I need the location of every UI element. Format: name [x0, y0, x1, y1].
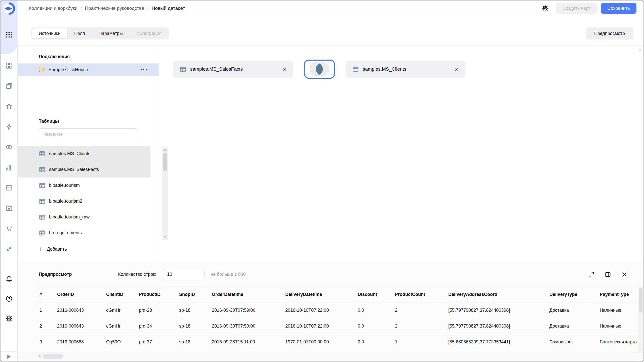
column-header: OrderID: [53, 292, 102, 297]
close-preview-icon[interactable]: [621, 271, 628, 278]
dataset-settings-gear-icon[interactable]: [541, 4, 549, 13]
panel-layout-icon[interactable]: [604, 271, 611, 278]
datalens-logo[interactable]: [3, 3, 15, 15]
tables-list-item[interactable]: hh.requirements: [18, 225, 150, 241]
dashboards-icon[interactable]: [5, 184, 13, 192]
column-header: ShopID: [175, 292, 208, 297]
connection-menu-dots-icon[interactable]: [140, 68, 147, 72]
table-cell: [55.797790827,37.824400398]: [444, 324, 545, 329]
table-cell: 0.0: [353, 324, 391, 329]
scrollbar-thumb[interactable]: [163, 153, 167, 171]
favorites-icon[interactable]: [5, 103, 13, 110]
table-cell: sp-18: [175, 324, 208, 329]
scroll-up-icon[interactable]: [164, 149, 167, 151]
collections-icon[interactable]: [5, 62, 13, 69]
breadcrumb-item[interactable]: Коллекции и воркбуки: [29, 6, 77, 11]
gallery-icon[interactable]: [5, 204, 13, 212]
table-row: 32016-000688Og59Oprd-37sp-182016-09-28T1…: [35, 334, 643, 350]
table-cell: 2016-09-30T07:59:00: [208, 308, 281, 313]
table-cell: 2016-09-28T15:11:00: [208, 339, 281, 345]
marketplace-icon[interactable]: [5, 225, 13, 232]
breadcrumb-item: Новый датасет: [152, 6, 185, 11]
table-cell: Доставка: [545, 324, 595, 329]
breadcrumb-item[interactable]: Практические руководства: [85, 6, 144, 11]
join-type-button[interactable]: [304, 60, 335, 79]
source-tabs: ИсточникиПоляПараметрыФильтрация: [31, 27, 169, 39]
preview-title: Предпросмотр: [39, 272, 72, 277]
table-cell: sp-18: [175, 339, 208, 345]
table-icon: [39, 198, 46, 205]
table-cell: 0.0: [353, 339, 391, 345]
breadcrumb-separator: /: [147, 6, 149, 11]
tables-list-item[interactable]: bibattle.tourism_raw: [18, 209, 150, 225]
charts-icon[interactable]: [5, 164, 13, 171]
table-cell: [55.797790827,37.824400398]: [444, 308, 545, 313]
column-header: ProductID: [135, 292, 175, 297]
table-cell: 2016-09-30T07:59:00: [208, 324, 281, 329]
save-button[interactable]: Сохранить: [601, 3, 636, 14]
expand-sidebar-icon[interactable]: [7, 354, 11, 359]
preview-header: Предпросмотр Количество строк: не больше…: [18, 262, 643, 287]
remove-source-icon[interactable]: ×: [282, 66, 287, 72]
expand-preview-icon[interactable]: [588, 271, 595, 278]
tab-Фильтрация[interactable]: Фильтрация: [130, 28, 168, 38]
tab-Источники[interactable]: Источники: [32, 28, 67, 38]
column-header: DeliveryDatetime: [281, 292, 353, 297]
scroll-down-icon[interactable]: [164, 236, 167, 238]
connection-item[interactable]: Sample ClickHouse: [18, 64, 159, 76]
app-window: ? Коллекции и воркбуки/Практические руко…: [0, 0, 644, 362]
tab-Поля[interactable]: Поля: [68, 28, 92, 38]
tables-list-item[interactable]: samples.MS_SalesFacts: [18, 162, 150, 177]
column-header: DeliveryType: [545, 292, 595, 297]
source-node-salesfacts[interactable]: samples.MS_SalesFacts ×: [173, 61, 293, 78]
table-cell: 3: [35, 339, 53, 345]
table-name: samples.MS_SalesFacts: [49, 167, 99, 172]
table-icon: [39, 214, 46, 220]
scroll-left-icon[interactable]: [38, 354, 41, 358]
services-icon[interactable]: [5, 245, 13, 253]
table-cell: 2: [391, 324, 444, 329]
sources-panel: Подключения Sample ClickHouse Таблицы: [18, 46, 159, 262]
apps-grid-icon[interactable]: [6, 31, 13, 38]
source-node-name: samples.MS_SalesFacts: [190, 66, 243, 72]
table-cell: Og59O: [102, 339, 135, 345]
workbooks-icon[interactable]: [5, 82, 13, 90]
preview-toggle-button[interactable]: Предпросмотр: [586, 27, 633, 39]
column-header: ClientID: [102, 292, 135, 297]
row-count-input[interactable]: [163, 269, 205, 280]
help-icon[interactable]: ?: [5, 295, 13, 302]
scrollbar-thumb[interactable]: [639, 288, 642, 312]
tables-list-item[interactable]: samples.MS_Clients: [18, 146, 150, 162]
table-name: samples.MS_Clients: [49, 151, 90, 156]
preview-vertical-scrollbar[interactable]: [638, 287, 643, 360]
scrollbar-thumb[interactable]: [43, 354, 63, 359]
table-search-input[interactable]: [38, 128, 138, 140]
preview-horizontal-scrollbar[interactable]: [18, 352, 643, 360]
canvas-scroll-up-icon[interactable]: [638, 49, 641, 51]
add-table-button[interactable]: + Добавить: [18, 241, 159, 257]
tables-list-item[interactable]: bibattle.tourism2: [18, 193, 150, 209]
remove-source-icon[interactable]: ×: [454, 66, 459, 72]
preview-table-header: #OrderIDClientIDProductIDShopIDOrderDate…: [35, 287, 643, 302]
table-icon: [180, 66, 186, 73]
table-cell: Доставка: [545, 308, 595, 313]
notifications-bell-icon[interactable]: [5, 275, 13, 283]
table-icon: [352, 66, 359, 73]
source-node-clients[interactable]: samples.MS_Clients ×: [346, 61, 465, 78]
table-icon: [39, 150, 46, 157]
settings-gear-icon[interactable]: [5, 315, 13, 322]
tables-list-scrollbar[interactable]: [162, 147, 168, 240]
table-icon: [39, 230, 46, 236]
sidebar-footer: [1, 351, 17, 361]
datasets-icon[interactable]: [5, 143, 13, 151]
column-header: #: [35, 292, 53, 297]
table-cell: Наличные: [595, 308, 643, 313]
sidebar: ?: [1, 1, 18, 361]
tables-list-item[interactable]: bibattle.tourism: [18, 177, 150, 193]
sidebar-bottom-nav: ?: [1, 275, 17, 322]
tabs-bar: ИсточникиПоляПараметрыФильтрация Предпро…: [18, 16, 643, 45]
tab-Параметры[interactable]: Параметры: [92, 28, 129, 38]
quick-actions-icon[interactable]: [5, 123, 13, 130]
create-chart-button[interactable]: Создать чарт: [556, 3, 597, 14]
table-cell: prd-28: [135, 308, 175, 313]
